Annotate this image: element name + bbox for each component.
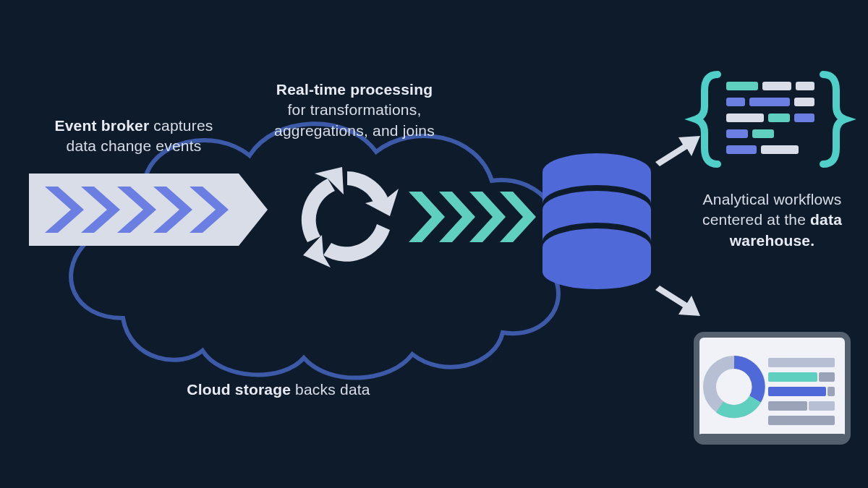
svg-point-8 — [542, 254, 651, 289]
svg-rect-10 — [762, 82, 791, 90]
analytics-label: Analytical workflows centered at the dat… — [691, 189, 854, 251]
svg-rect-9 — [726, 82, 758, 90]
arrow-down-right-icon — [651, 278, 702, 322]
svg-rect-17 — [794, 114, 814, 122]
svg-rect-28 — [768, 387, 826, 396]
event-broker-banner — [29, 174, 275, 246]
realtime-bold: Real-time processing — [276, 81, 433, 98]
svg-rect-30 — [768, 401, 807, 411]
svg-rect-29 — [827, 387, 835, 396]
cloud-storage-label: Cloud storage backs data — [170, 380, 387, 400]
cycle-icon — [293, 163, 401, 271]
dashboard-panel-icon — [694, 333, 850, 448]
svg-rect-18 — [726, 129, 748, 138]
svg-rect-14 — [794, 98, 814, 106]
database-icon — [539, 152, 655, 289]
svg-rect-13 — [749, 98, 790, 106]
diagram-stage: { "labels": { "event_broker_bold": "Even… — [0, 0, 868, 488]
svg-rect-25 — [768, 358, 835, 367]
svg-rect-23 — [697, 434, 848, 444]
event-broker-label: Event broker captures data change events — [40, 116, 228, 157]
cloud-text: backs data — [291, 381, 370, 398]
svg-rect-27 — [819, 372, 835, 382]
svg-rect-21 — [761, 145, 799, 154]
svg-rect-16 — [768, 114, 790, 122]
flow-chevrons-icon — [409, 192, 539, 242]
svg-rect-20 — [726, 145, 757, 154]
svg-rect-32 — [768, 416, 835, 425]
realtime-label: Real-time processing for transformations… — [253, 80, 456, 141]
code-block-icon — [694, 69, 846, 170]
event-broker-bold: Event broker — [55, 117, 150, 134]
realtime-text: for transformations, aggregations, and j… — [274, 101, 435, 138]
svg-rect-31 — [809, 401, 835, 411]
svg-rect-19 — [752, 129, 774, 138]
svg-rect-12 — [726, 98, 745, 106]
svg-rect-11 — [796, 82, 814, 90]
svg-rect-26 — [768, 372, 817, 382]
cloud-bold: Cloud storage — [187, 381, 291, 398]
svg-rect-15 — [726, 114, 764, 122]
